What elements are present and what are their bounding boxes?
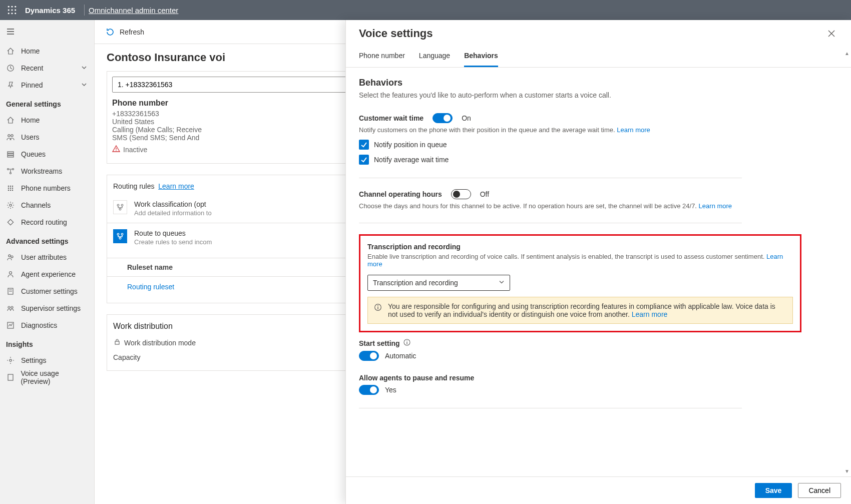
close-icon — [827, 29, 836, 38]
check-icon — [360, 156, 368, 164]
sidebar-item-users[interactable]: Users — [0, 129, 94, 146]
lock-icon — [113, 338, 121, 347]
flyout-scrollbar[interactable]: ▲ ▼ — [844, 50, 850, 474]
sidebar-item-recent[interactable]: Recent — [0, 60, 94, 77]
sidebar-label: Users — [21, 133, 40, 141]
transcription-label: Transcription and recording — [367, 243, 793, 251]
svg-point-18 — [8, 169, 9, 170]
hours-label: Channel operating hours — [359, 190, 442, 198]
sidebar-item-home[interactable]: Home — [0, 112, 94, 129]
svg-point-26 — [12, 188, 14, 189]
banner-learn-link[interactable]: Learn more — [632, 310, 668, 318]
sidebar-item-diagnostics[interactable]: Diagnostics — [0, 317, 94, 334]
svg-point-42 — [10, 272, 12, 274]
sidebar-item-customer-settings[interactable]: Customer settings — [0, 283, 94, 300]
tab-phone-number[interactable]: Phone number — [359, 52, 405, 67]
pause-value: Yes — [385, 386, 396, 394]
route-to-queues-tile[interactable] — [113, 229, 127, 243]
breadcrumb-link[interactable]: Omnichannel admin center — [89, 6, 178, 15]
brand-name: Dynamics 365 — [20, 6, 80, 15]
wait-state: On — [462, 114, 471, 122]
main: Refresh Contoso Insurance voi Phone numb… — [95, 20, 851, 504]
home-icon — [6, 47, 15, 55]
close-button[interactable] — [825, 27, 838, 42]
transcription-highlight-box: Transcription and recording Enable live … — [359, 234, 801, 332]
sidebar-item-user-attributes[interactable]: User attributes — [0, 249, 94, 266]
transcription-info-banner: You are responsible for configuring and … — [367, 297, 793, 324]
svg-point-0 — [8, 6, 10, 8]
refresh-icon — [106, 28, 115, 37]
tab-language[interactable]: Language — [419, 52, 450, 67]
sidebar-item-settings[interactable]: Settings — [0, 352, 94, 369]
gear-icon — [6, 356, 15, 364]
svg-point-1 — [11, 6, 13, 8]
wait-desc: Notify customers on the phone with their… — [359, 126, 615, 134]
sidebar-item-channels[interactable]: Channels — [0, 197, 94, 214]
svg-point-46 — [8, 306, 10, 308]
sidebar-label: Diagnostics — [21, 321, 57, 329]
refresh-button[interactable]: Refresh — [120, 28, 144, 36]
sidebar-item-agent-experience[interactable]: Agent experience — [0, 266, 94, 283]
sidebar-item-workstreams[interactable]: Workstreams — [0, 163, 94, 180]
svg-point-70 — [406, 340, 407, 341]
sidebar-item-pinned[interactable]: Pinned — [0, 77, 94, 94]
work-classification-tile[interactable] — [113, 200, 127, 214]
transcription-select[interactable]: Transcription and recording — [367, 275, 510, 291]
svg-point-28 — [10, 190, 12, 191]
svg-point-14 — [11, 135, 13, 137]
sidebar-item-home-top[interactable]: Home — [0, 43, 94, 60]
svg-point-5 — [15, 9, 16, 11]
save-button[interactable]: Save — [755, 483, 792, 498]
svg-point-22 — [10, 186, 12, 187]
sidebar-label: Queues — [21, 150, 46, 158]
start-toggle[interactable] — [359, 351, 379, 361]
sidebar-label: Pinned — [21, 81, 43, 89]
hamburger-icon — [6, 27, 15, 36]
start-label: Start setting — [359, 339, 400, 347]
check-position-queue[interactable] — [359, 140, 369, 150]
sidebar-label: Settings — [21, 356, 47, 364]
svg-point-24 — [8, 188, 10, 189]
wait-learn-link[interactable]: Learn more — [617, 126, 650, 134]
topbar-divider — [84, 5, 85, 16]
check-avg-wait[interactable] — [359, 155, 369, 165]
svg-point-47 — [11, 306, 13, 308]
svg-point-57 — [117, 204, 119, 206]
sidebar-item-record-routing[interactable]: Record routing — [0, 214, 94, 231]
sidebar-label: Workstreams — [21, 167, 62, 175]
sidebar: Home Recent Pinned General settings Home… — [0, 20, 95, 504]
pause-toggle[interactable] — [359, 385, 379, 395]
tab-behaviors[interactable]: Behaviors — [464, 52, 498, 67]
sidebar-item-voice-usage[interactable]: Voice usage (Preview) — [0, 369, 94, 386]
sidebar-item-phone-numbers[interactable]: Phone numbers — [0, 180, 94, 197]
users-icon — [6, 133, 15, 141]
sidebar-item-queues[interactable]: Queues — [0, 146, 94, 163]
hours-learn-link[interactable]: Learn more — [699, 202, 732, 210]
sidebar-label: User attributes — [21, 253, 67, 261]
sidebar-toggle[interactable] — [0, 24, 94, 43]
scroll-up-icon[interactable]: ▲ — [844, 50, 850, 56]
routing-learn-link[interactable]: Learn more — [158, 182, 194, 190]
separator — [359, 223, 742, 223]
cancel-button[interactable]: Cancel — [798, 483, 841, 498]
sidebar-label: Voice usage (Preview) — [21, 369, 88, 385]
grid-icon — [6, 184, 15, 192]
sidebar-item-supervisor-settings[interactable]: Supervisor settings — [0, 300, 94, 317]
sidebar-label: Supervisor settings — [21, 304, 81, 312]
svg-point-2 — [15, 6, 16, 8]
svg-point-7 — [11, 13, 13, 14]
svg-point-27 — [8, 190, 10, 191]
wait-label: Customer wait time — [359, 114, 423, 122]
svg-line-35 — [8, 203, 9, 203]
app-launcher-button[interactable] — [4, 0, 20, 20]
scroll-down-icon[interactable]: ▼ — [844, 468, 850, 474]
flow-icon — [6, 167, 15, 175]
info-icon[interactable] — [403, 338, 411, 348]
svg-point-61 — [121, 233, 123, 235]
team-icon — [6, 304, 15, 312]
hours-toggle[interactable] — [451, 189, 471, 199]
check-avg-label: Notify average wait time — [374, 156, 449, 164]
wait-toggle[interactable] — [433, 113, 453, 123]
route-to-queues-desc: Create rules to send incom — [134, 238, 212, 246]
sidebar-label: Channels — [21, 201, 51, 209]
